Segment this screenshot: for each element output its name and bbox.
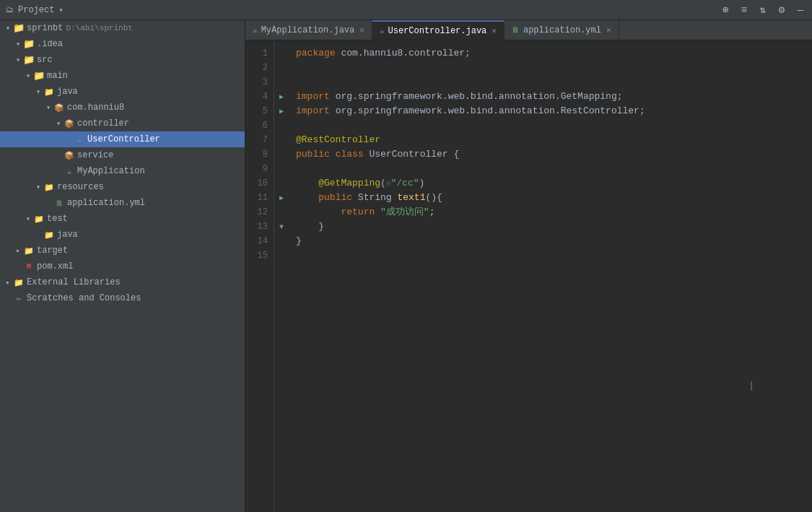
- java-icon-usercontroller: ☕: [74, 134, 85, 145]
- tab-application-yml[interactable]: 🗎 application.yml ✕: [505, 20, 619, 40]
- code-line-6: [274, 118, 812, 133]
- code-editor[interactable]: 1 2 3 4 5 6 7 8 9 10 11 12 13 14 15: [245, 40, 812, 512]
- tree-item-scratches[interactable]: ✏ Scratches and Consoles: [0, 290, 245, 306]
- code-line-10: @GetMapping(☉"/cc"): [274, 176, 812, 191]
- gutter-13: ▼: [274, 223, 289, 231]
- code-line-7: @RestController: [274, 133, 812, 147]
- gutter-4: ▶: [274, 92, 289, 101]
- project-dropdown-arrow[interactable]: ▾: [58, 6, 63, 14]
- code-line-8: public class UserController {: [274, 147, 812, 162]
- code-line-3: [274, 75, 812, 90]
- tab-label-myapplication: MyApplication.java: [261, 25, 355, 35]
- tree-item-pom-xml[interactable]: M pom.xml: [0, 259, 245, 274]
- arrow-com-hanniu8: [43, 103, 53, 113]
- tree-item-service[interactable]: 📦 service: [0, 147, 245, 163]
- code-text-11: public String text1(){: [289, 191, 812, 205]
- code-line-5: ▶ import org.springframework.web.bind.an…: [274, 104, 812, 118]
- code-text-8: public class UserController {: [289, 147, 812, 162]
- code-line-1: package com.hanniu8.controller;: [274, 46, 812, 61]
- label-target: target: [37, 246, 68, 256]
- collapse-all-button[interactable]: ≡: [738, 4, 750, 16]
- label-resources: resources: [57, 182, 104, 192]
- tree-item-resources[interactable]: 📁 resources: [0, 179, 245, 195]
- code-line-15: [274, 248, 812, 263]
- folder-icon-java-test: 📁: [43, 229, 55, 240]
- label-myapplication: MyApplication: [77, 166, 145, 176]
- sort-button[interactable]: ⇅: [757, 4, 769, 16]
- tab-icon-myapplication: ☕: [253, 25, 258, 35]
- package-icon-controller: 📦: [64, 118, 75, 129]
- label-java-root: java: [57, 87, 78, 97]
- code-text-5: import org.springframework.web.bind.anno…: [289, 104, 812, 118]
- tab-label-application-yml: application.yml: [523, 25, 601, 35]
- code-line-4: ▶ import org.springframework.web.bind.an…: [274, 90, 812, 104]
- tab-myapplication[interactable]: ☕ MyApplication.java ✕: [245, 20, 372, 40]
- tab-usercontroller[interactable]: ☕ UserController.java ✕: [372, 20, 505, 40]
- folder-icon-java-root: 📁: [43, 86, 55, 97]
- code-line-13: ▼ }: [274, 220, 812, 234]
- tree-item-external-libs[interactable]: 📁 External Libraries: [0, 274, 245, 290]
- arrow-src: [13, 55, 23, 65]
- label-java-test: java: [57, 230, 78, 240]
- code-line-14: }: [274, 234, 812, 248]
- tree-item-java-root[interactable]: 📁 java: [0, 84, 245, 100]
- arrow-test: [23, 214, 33, 224]
- tree-item-myapplication[interactable]: ☕ MyApplication: [0, 163, 245, 179]
- project-title: Project: [18, 5, 54, 15]
- tabs-bar: ☕ MyApplication.java ✕ ☕ UserController.…: [245, 20, 812, 40]
- tree-item-test[interactable]: 📁 test: [0, 211, 245, 227]
- yaml-icon-application: 🗎: [53, 197, 65, 209]
- settings-button[interactable]: ⚙: [776, 4, 787, 16]
- tab-close-myapplication[interactable]: ✕: [359, 25, 364, 35]
- tree-item-java-test[interactable]: 📁 java: [0, 227, 245, 243]
- code-line-12: return "成功访问";: [274, 205, 812, 220]
- code-line-9: [274, 162, 812, 176]
- add-button[interactable]: ⊕: [720, 4, 731, 16]
- package-icon-service: 📦: [64, 149, 75, 161]
- tree-item-src[interactable]: 📁 src: [0, 52, 245, 68]
- label-com-hanniu8: com.hanniu8: [67, 103, 124, 113]
- code-text-10: @GetMapping(☉"/cc"): [289, 176, 812, 191]
- arrow-main: [23, 71, 33, 81]
- arrow-idea: [13, 39, 23, 49]
- tree-item-main[interactable]: 📁 main: [0, 68, 245, 84]
- label-controller: controller: [77, 118, 129, 129]
- folder-icon-resources: 📁: [43, 181, 55, 193]
- minimize-button[interactable]: —: [795, 4, 806, 16]
- folder-icon-external-libs: 📁: [13, 277, 25, 288]
- java-icon-myapplication: ☕: [64, 165, 75, 177]
- arrow-sprinbt: [3, 23, 13, 33]
- tab-label-usercontroller: UserController.java: [388, 26, 487, 36]
- main-layout: 📁 sprinbt D:\abi\sprinbt 📁 .idea 📁 src 📁…: [0, 20, 812, 512]
- xml-icon-pom: M: [23, 261, 35, 272]
- tree-item-application-yml[interactable]: 🗎 application.yml: [0, 195, 245, 211]
- label-usercontroller: UserController: [87, 134, 160, 144]
- tree-item-sprinbt[interactable]: 📁 sprinbt D:\abi\sprinbt: [0, 20, 245, 36]
- code-text-12: return "成功访问";: [289, 205, 812, 220]
- code-text-1: package com.hanniu8.controller;: [289, 46, 812, 61]
- gutter-11: ▶: [274, 194, 289, 202]
- tree-item-target[interactable]: 📁 target: [0, 243, 245, 259]
- line-numbers: 1 2 3 4 5 6 7 8 9 10 11 12 13 14 15: [245, 40, 274, 512]
- arrow-external-libs: [3, 277, 13, 287]
- label-external-libs: External Libraries: [27, 277, 121, 287]
- cursor-marker: |: [748, 379, 754, 390]
- tab-icon-usercontroller: ☕: [380, 26, 385, 35]
- tree-item-usercontroller[interactable]: ☕ UserController: [0, 131, 245, 147]
- package-icon-com-hanniu8: 📦: [53, 102, 65, 113]
- tree-item-controller[interactable]: 📦 controller: [0, 116, 245, 131]
- label-pom-xml: pom.xml: [37, 261, 73, 272]
- label-sprinbt: sprinbt: [27, 23, 63, 33]
- code-line-11: ▶ public String text1(){: [274, 191, 812, 205]
- tab-close-usercontroller[interactable]: ✕: [492, 26, 497, 35]
- tree-item-com-hanniu8[interactable]: 📦 com.hanniu8: [0, 100, 245, 116]
- title-bar-actions: ⊕ ≡ ⇅ ⚙ —: [720, 4, 806, 16]
- gutter-5: ▶: [274, 107, 289, 116]
- scratches-icon: ✏: [13, 292, 25, 304]
- folder-icon-target: 📁: [23, 245, 35, 256]
- tab-close-yaml[interactable]: ✕: [606, 25, 611, 35]
- arrow-controller: [53, 118, 64, 129]
- project-header: 🗂 Project ▾: [6, 5, 63, 15]
- arrow-resources: [33, 182, 43, 192]
- tree-item-idea[interactable]: 📁 .idea: [0, 36, 245, 52]
